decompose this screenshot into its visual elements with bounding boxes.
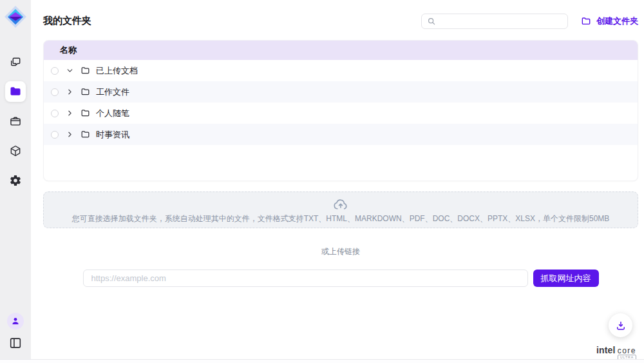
cube-icon — [9, 144, 22, 157]
create-folder-button[interactable]: 创建文件夹 — [581, 15, 638, 27]
chat-icon — [9, 55, 22, 68]
folder-icon — [80, 66, 90, 75]
sidebar-footer — [7, 313, 24, 350]
briefcase-icon — [9, 115, 22, 128]
folder-name: 时事资讯 — [96, 129, 129, 141]
cloud-upload-icon — [332, 196, 349, 213]
search-input[interactable] — [440, 17, 562, 26]
url-upload-row: 抓取网址内容 — [83, 270, 599, 287]
chevron-down-icon[interactable] — [62, 64, 77, 78]
sidebar-nav — [5, 52, 26, 191]
folder-icon — [80, 87, 90, 97]
panel-toggle-button[interactable] — [8, 336, 23, 350]
search-icon — [427, 17, 436, 26]
app-logo-icon — [3, 4, 28, 30]
folder-table: 名称 已上传文档 — [43, 40, 638, 181]
main-header: 我的文件夹 — [43, 13, 638, 29]
create-folder-label: 创建文件夹 — [596, 15, 638, 27]
row-checkbox[interactable] — [51, 131, 59, 139]
chevron-right-icon[interactable] — [62, 106, 77, 121]
url-input[interactable] — [83, 270, 528, 287]
user-avatar[interactable] — [7, 313, 24, 329]
folder-name: 已上传文档 — [96, 65, 138, 77]
row-checkbox[interactable] — [51, 88, 59, 96]
sidebar-item-chat[interactable] — [5, 52, 26, 72]
folder-icon — [80, 130, 90, 139]
main-content: 我的文件夹 — [31, 0, 644, 363]
gear-icon — [9, 174, 22, 187]
download-icon — [615, 320, 627, 331]
folder-name: 工作文件 — [96, 86, 129, 98]
chevron-right-icon[interactable] — [62, 128, 77, 142]
app-window: 我的文件夹 — [0, 0, 644, 363]
fetch-url-button[interactable]: 抓取网址内容 — [533, 270, 599, 287]
sidebar-item-briefcase[interactable] — [5, 111, 26, 132]
row-checkbox[interactable] — [51, 67, 59, 75]
folder-icon — [9, 85, 22, 98]
chevron-right-icon[interactable] — [62, 85, 77, 99]
upload-hint-text: 您可直接选择加载文件夹，系统自动处理其中的文件，文件格式支持TXT、HTML、M… — [72, 213, 610, 224]
table-row[interactable]: 工作文件 — [44, 81, 638, 103]
sidebar-item-folders[interactable] — [5, 81, 26, 102]
upload-dropzone[interactable]: 您可直接选择加载文件夹，系统自动处理其中的文件，文件格式支持TXT、HTML、M… — [43, 191, 638, 228]
or-upload-link-label: 或上传链接 — [43, 246, 638, 257]
table-column-header-name: 名称 — [44, 41, 638, 60]
intel-core-logo: intel core ULTRA — [596, 345, 636, 355]
sidebar-item-settings[interactable] — [5, 170, 26, 191]
search-box — [421, 14, 568, 29]
download-fab-button[interactable] — [609, 313, 632, 337]
folder-name: 个人随笔 — [96, 108, 129, 119]
page-title: 我的文件夹 — [43, 15, 91, 27]
table-row[interactable]: 个人随笔 — [44, 103, 638, 124]
row-checkbox[interactable] — [51, 110, 59, 117]
sidebar — [0, 0, 31, 363]
window-bottom-edge — [0, 359, 644, 363]
table-row[interactable]: 时事资讯 — [44, 124, 638, 145]
table-body: 已上传文档 工作文件 — [44, 60, 638, 145]
folder-plus-icon — [581, 16, 591, 26]
table-row[interactable]: 已上传文档 — [44, 60, 638, 81]
folder-icon — [80, 108, 90, 118]
sidebar-item-cube[interactable] — [5, 141, 26, 161]
user-icon — [10, 316, 21, 326]
